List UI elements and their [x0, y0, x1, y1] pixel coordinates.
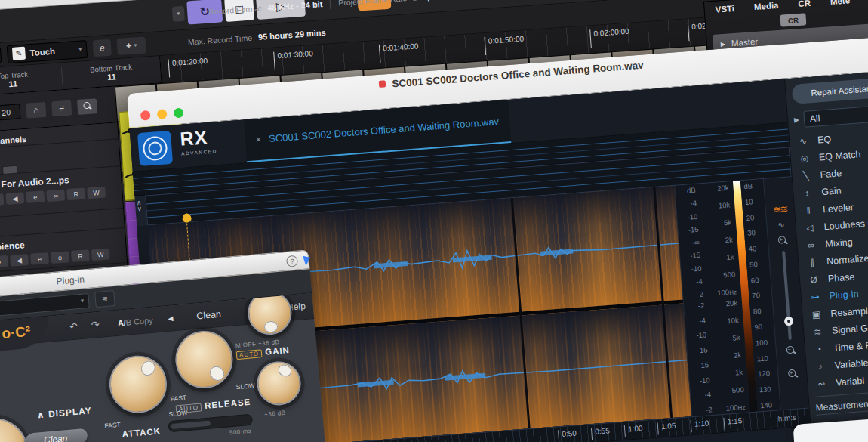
track-list-icon[interactable]: ≡: [51, 100, 72, 116]
undo-icon[interactable]: ↶: [69, 320, 78, 332]
autoscroll-button[interactable]: +▾: [116, 36, 146, 55]
redo-icon[interactable]: ↷: [91, 319, 100, 331]
edit-channel-icon[interactable]: e: [30, 252, 49, 265]
plug-icon: ⊶: [807, 291, 823, 302]
ruler-tick: 0:01:40:00: [379, 42, 420, 63]
home-icon[interactable]: ⌂: [26, 101, 46, 118]
style-button[interactable]: Clean: [23, 428, 88, 442]
eq-match-icon: ◎: [796, 153, 812, 164]
ruler-tick: 0:02:00:00: [589, 27, 630, 48]
preset-name[interactable]: Clean: [196, 309, 222, 322]
rx-app-name: RXADVANCED: [180, 128, 218, 161]
monitor-icon[interactable]: ◀: [5, 192, 24, 205]
transport-dropdown-icon[interactable]: ▾: [172, 5, 185, 21]
ruler-tick: 0:01:20:00: [168, 57, 209, 78]
chevron-down-icon: ▾: [81, 298, 85, 304]
ruler-tick: 0:01:30:00: [273, 49, 314, 70]
waveform-view-icon[interactable]: ∿: [777, 220, 785, 230]
gain-icon: ↕: [799, 187, 815, 199]
plugin-window: Plug-in ? ▾ ≡ o·C² ↶ ↷ A/B Copy ◀ Clean …: [0, 249, 328, 442]
resample-icon: ▣: [808, 308, 824, 320]
edit-button[interactable]: e: [92, 39, 111, 57]
chevron-down-icon: ▾: [78, 45, 82, 52]
mixing-icon: ∞: [803, 239, 819, 250]
auto-gain-knob[interactable]: [246, 293, 294, 336]
close-tab-icon[interactable]: ×: [255, 134, 262, 146]
gain-meta: +36 dB: [264, 410, 286, 418]
plugin-menu-icon[interactable]: ≡: [94, 290, 115, 308]
max-record-time-value: 95 hours 29 mins: [258, 27, 326, 41]
search-icon[interactable]: [77, 98, 97, 115]
record-format-value: 48 kHz - 24 bit: [267, 0, 323, 12]
edit-channel-icon[interactable]: e: [26, 190, 45, 203]
attack-fast-label: FAST: [104, 421, 121, 430]
time-unit-label: h:m:s: [777, 413, 796, 423]
read-icon[interactable]: R: [71, 249, 90, 262]
loudness-icon: ◁: [802, 221, 817, 233]
tab-meters[interactable]: Mete: [830, 0, 850, 6]
signal-generator-icon: ≋: [810, 326, 826, 337]
zoom-icon[interactable]: [174, 107, 184, 118]
frame-rate-label: Project Frame Rate: [338, 0, 408, 8]
tab-media[interactable]: Media: [754, 1, 779, 11]
bypass-icon[interactable]: ∞: [46, 189, 65, 202]
write-icon[interactable]: W: [91, 248, 110, 261]
gain-knob[interactable]: [255, 360, 303, 407]
attack-label: ATTACK: [122, 426, 161, 438]
zoom-in-icon[interactable]: +: [777, 235, 788, 246]
automation-mode-select[interactable]: ✎ Touch ▾: [7, 39, 88, 63]
chevron-down-icon: ▾: [134, 42, 137, 48]
release-label: AUTO RELEASE: [175, 397, 251, 413]
display-toggle[interactable]: ∧ DISPLAY: [36, 405, 92, 420]
release-fast-label: FAST: [170, 394, 186, 403]
ab-copy-button[interactable]: A/B Copy: [117, 316, 153, 328]
eq-icon: ∿: [796, 135, 811, 147]
zoom-out-icon[interactable]: −: [785, 345, 796, 357]
rx-logo-icon: [137, 130, 173, 165]
modified-dot-icon: [379, 80, 386, 88]
close-icon[interactable]: [140, 110, 151, 121]
bypass-icon[interactable]: o: [51, 251, 69, 264]
expand-arrow-icon: ▶: [721, 40, 726, 47]
max-record-time-label: Max. Record Time: [188, 32, 253, 46]
monitor-icon[interactable]: ◀: [10, 254, 29, 267]
automation-icon: ✎: [12, 47, 26, 60]
module-filter-select[interactable]: All▾: [803, 104, 868, 128]
read-icon[interactable]: R: [66, 188, 85, 201]
frame-rate-value: 24 fps: [413, 0, 438, 2]
leveler-icon: ‖: [801, 204, 817, 215]
repair-assistant-button[interactable]: Repair Assistant: [792, 77, 868, 104]
minimize-icon[interactable]: [157, 109, 168, 119]
track-counter: 20 / 20: [0, 104, 21, 122]
fabfilter-logo: o·C²: [0, 314, 51, 356]
slider-handle[interactable]: [783, 317, 793, 326]
pitch-icon: ♪: [812, 360, 828, 372]
video-lock-icon[interactable]: [2, 165, 18, 175]
record-format-label: Record Format: [208, 4, 262, 17]
zoom-slider[interactable]: [782, 251, 792, 340]
fade-icon: ╲: [798, 170, 814, 181]
tab-vsti[interactable]: VSTi: [715, 4, 734, 14]
release-slow-label: SLOW: [235, 382, 255, 391]
spectrogram-settings-icon[interactable]: ≋≋: [773, 203, 787, 215]
time-icon: ∾: [814, 378, 830, 389]
release-knob[interactable]: [173, 329, 235, 391]
tab-cr[interactable]: CR: [798, 0, 811, 8]
release-ms-value: 500 ms: [229, 428, 252, 437]
read-automation-button[interactable]: A: [0, 47, 2, 63]
record-enable-icon[interactable]: ●: [0, 255, 8, 268]
zoom-in-icon[interactable]: +: [786, 368, 798, 379]
ruler-tick: 0:01:50:00: [484, 35, 525, 56]
cr-button[interactable]: CR: [780, 13, 806, 26]
plugin-window-title: Plug-in: [56, 274, 85, 286]
phase-icon: Ø: [806, 274, 822, 285]
prev-preset-icon[interactable]: ◀: [168, 314, 174, 323]
collapse-icon[interactable]: ∧∨: [137, 199, 143, 212]
clock-icon: ◔: [811, 343, 826, 354]
record-enable-icon[interactable]: ●: [0, 193, 4, 206]
write-icon[interactable]: W: [87, 187, 106, 199]
preview-play-icon[interactable]: ▶: [794, 116, 800, 123]
normalize-icon: ∥: [805, 256, 820, 267]
help-icon[interactable]: ?: [286, 255, 298, 267]
attack-knob[interactable]: [107, 353, 169, 415]
